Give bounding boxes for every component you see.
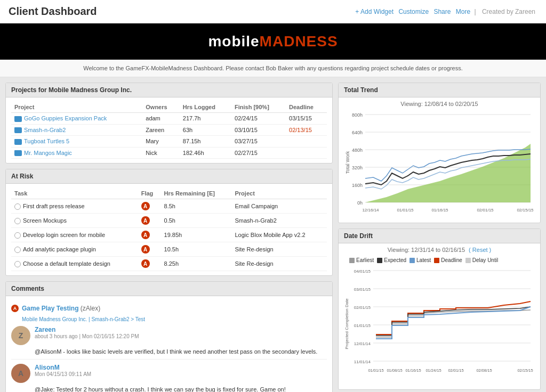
svg-text:02/01/15: 02/01/15 (354, 305, 371, 310)
date-drift-header: Date Drift (339, 229, 540, 243)
legend-dot-delay (465, 258, 471, 263)
legend-latest: Latest (410, 257, 431, 263)
comment-header: A AlisonM Mon 04/15/13 09:11 AM (11, 364, 327, 383)
comment-tag-title[interactable]: Game Play Testing (zAlex) (22, 305, 100, 312)
project-link[interactable]: GoGo Guppies Expansion Pack (24, 115, 107, 121)
svg-text:12/16/14: 12/16/14 (362, 208, 379, 213)
table-row: Tugboat Turtles 5 Mary 87.15h 03/27/15 (11, 136, 327, 148)
flag-icon: A (141, 245, 150, 254)
table-row: Mr. Mangos Magic Nick 182.46h 02/27/15 (11, 147, 327, 159)
legend-deadline: Deadline (434, 257, 462, 263)
comment-tag-path[interactable]: Mobile Madness Group Inc. | Smash-n-Grab… (22, 316, 145, 322)
svg-text:01/01/15: 01/01/15 (354, 323, 371, 328)
welcome-message: Welcome to the GameFX-MobileMadness Dash… (0, 60, 546, 77)
main-layout: Projects for Mobile Madness Group Inc. P… (0, 77, 546, 392)
comment-author[interactable]: AlisonM (35, 364, 327, 371)
total-trend-panel: Total Trend Viewing: 12/08/14 to 02/20/1… (338, 83, 541, 223)
comment-flag-icon: A (11, 305, 19, 312)
flag-icon: A (141, 202, 150, 210)
comment-meta: AlisonM Mon 04/15/13 09:11 AM (35, 364, 327, 377)
task-link[interactable]: Choose a default template design (23, 260, 110, 267)
page-title: Client Dashboard (9, 5, 97, 18)
svg-text:320h: 320h (352, 165, 363, 170)
svg-text:01/16/15: 01/16/15 (405, 368, 421, 373)
date-drift-svg: 04/01/15 03/01/15 02/01/15 01/01/15 12/0… (344, 265, 533, 382)
brand-white: mobile (208, 33, 259, 50)
task-circle-icon (14, 247, 21, 253)
svg-text:160h: 160h (352, 183, 363, 188)
svg-text:01/16/15: 01/16/15 (431, 208, 448, 213)
task-link[interactable]: Screen Mockups (23, 217, 67, 224)
svg-text:800h: 800h (352, 112, 363, 118)
svg-marker-18 (365, 144, 531, 202)
task-circle-icon (14, 218, 21, 224)
legend-dot-deadline (434, 258, 439, 263)
task-circle-icon (14, 261, 21, 267)
top-header: Client Dashboard + Add Widget Customize … (0, 0, 546, 23)
svg-text:12/01/14: 12/01/14 (354, 341, 371, 346)
folder-icon (14, 116, 22, 122)
comment-header: Z Zareen about 3 hours ago | Mon 02/16/1… (11, 326, 327, 345)
at-risk-body: Task Flag Hrs Remaining [E] Project Firs… (6, 184, 332, 275)
col-deadline: Deadline (286, 102, 327, 113)
svg-text:02/15/15: 02/15/15 (517, 368, 533, 373)
comment-text: @Jake: Tested for 2 hours without a cras… (11, 386, 327, 392)
right-column: Total Trend Viewing: 12/08/14 to 02/20/1… (338, 83, 541, 392)
at-risk-panel: At Risk Task Flag Hrs Remaining [E] Proj… (5, 169, 333, 276)
legend-expected: Expected (377, 257, 406, 263)
add-widget-link[interactable]: + Add Widget (355, 8, 394, 15)
svg-text:640h: 640h (352, 130, 363, 135)
comment-item: A AlisonM Mon 04/15/13 09:11 AM @Jake: T… (11, 360, 327, 392)
comment-item: A Game Play Testing (zAlex) Mobile Madne… (11, 300, 327, 360)
project-link[interactable]: Smash-n-Grab2 (24, 127, 66, 133)
avatar: Z (11, 326, 30, 345)
legend-earliest: Earliest (349, 257, 374, 263)
avatar: A (11, 364, 30, 383)
col-owners: Owners (142, 102, 180, 113)
task-link[interactable]: First draft press release (23, 203, 85, 209)
col-hrs: Hrs Logged (180, 102, 231, 113)
more-link[interactable]: More (456, 8, 470, 15)
svg-text:480h: 480h (352, 148, 363, 153)
legend-dot-expected (377, 258, 382, 263)
task-circle-icon (14, 203, 21, 210)
brand-red: MADNESS (260, 33, 338, 50)
folder-icon (14, 150, 22, 156)
col-finish: Finish [90%] (231, 102, 286, 113)
project-link[interactable]: Tugboat Turtles 5 (24, 138, 69, 144)
total-trend-chart: Viewing: 12/08/14 to 02/20/15 800h 640h … (339, 97, 540, 223)
svg-text:01/01/15: 01/01/15 (397, 208, 414, 213)
project-link[interactable]: Mr. Mangos Magic (24, 150, 72, 156)
folder-icon (14, 139, 22, 145)
table-row: GoGo Guppies Expansion Pack adam 217.7h … (11, 113, 327, 125)
comment-time: Mon 04/15/13 09:11 AM (35, 371, 327, 377)
col-project: Project (11, 102, 142, 113)
task-link[interactable]: Develop login screen for mobile (23, 232, 105, 238)
risk-table: Task Flag Hrs Remaining [E] Project Firs… (11, 188, 327, 271)
legend-delay: Delay Until (465, 257, 498, 263)
projects-table: Project Owners Hrs Logged Finish [90%] D… (11, 102, 327, 159)
share-link[interactable]: Share (433, 8, 451, 15)
svg-text:Projected Completion Date: Projected Completion Date (344, 298, 349, 349)
svg-text:02/08/15: 02/08/15 (476, 368, 492, 373)
reset-link[interactable]: ( Reset ) (469, 247, 491, 253)
folder-icon (14, 127, 22, 133)
customize-link[interactable]: Customize (398, 8, 429, 15)
flag-icon: A (141, 216, 150, 225)
svg-text:02/15/15: 02/15/15 (517, 208, 533, 213)
projects-panel: Projects for Mobile Madness Group Inc. P… (5, 83, 333, 164)
table-row: First draft press release A 8.5h Email C… (11, 199, 327, 214)
risk-col-hrs: Hrs Remaining [E] (161, 188, 232, 199)
task-link[interactable]: Add analytic package plugin (23, 246, 96, 252)
date-drift-chart: Viewing: 12/31/14 to 02/16/15 ( Reset ) … (339, 243, 540, 389)
svg-text:02/01/15: 02/01/15 (477, 208, 494, 213)
legend-dot-latest (410, 258, 415, 263)
comment-author[interactable]: Zareen (35, 326, 327, 333)
svg-text:04/01/15: 04/01/15 (354, 269, 371, 274)
comments-panel: Comments A Game Play Testing (zAlex) Mob… (5, 281, 333, 392)
created-by: Created by Zareen (482, 8, 535, 15)
comments-header: Comments (6, 282, 332, 296)
date-drift-panel: Date Drift Viewing: 12/31/14 to 02/16/15… (338, 228, 541, 390)
table-row: Choose a default template design A 8.25h… (11, 257, 327, 271)
risk-col-flag: Flag (138, 188, 161, 199)
